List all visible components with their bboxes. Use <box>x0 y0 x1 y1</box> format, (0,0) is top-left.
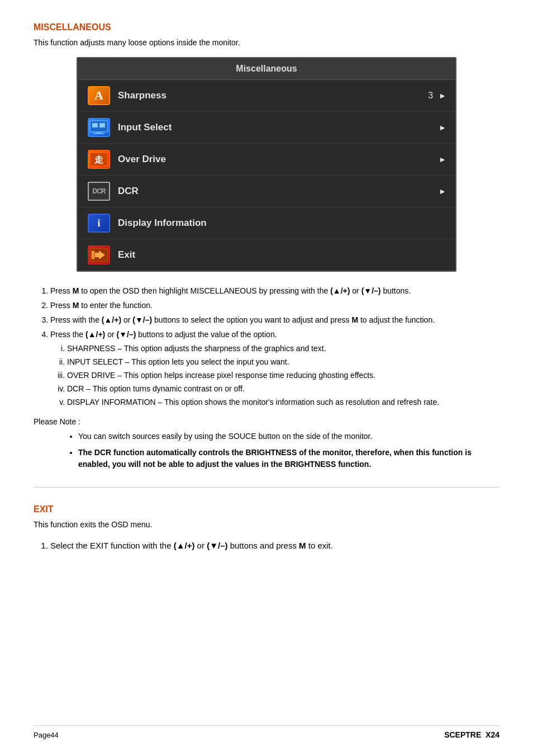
overdrive-label: Over Drive <box>118 154 439 165</box>
sharpness-icon: A <box>87 86 111 106</box>
input-select-arrow: ► <box>439 123 446 132</box>
brand-model: SCEPTRE X24 <box>444 730 499 739</box>
info-icon-img: i <box>88 214 110 233</box>
osd-menu: Miscellaneous A Sharpness 3 ► <box>77 57 456 272</box>
sub-step-iv: DCR – This option turns dynamic contrast… <box>67 383 499 395</box>
sharpness-value: 3 <box>428 91 433 101</box>
overdrive-arrow: ► <box>439 155 446 164</box>
note-2: The DCR function automatically controls … <box>78 447 499 470</box>
sharpness-label: Sharpness <box>118 90 428 101</box>
step-1: Press M to open the OSD then highlight M… <box>50 285 499 297</box>
step-2: Press M to enter the function. <box>50 300 499 311</box>
exit-icon-img <box>88 245 110 264</box>
osd-row-exit: Exit <box>78 239 455 271</box>
please-note-label: Please Note : <box>34 417 499 426</box>
exit-description: This function exits the OSD menu. <box>34 520 499 529</box>
exit-section: EXIT This function exits the OSD menu. S… <box>34 504 499 552</box>
sub-step-i: SHARPNESS – This option adjusts the shar… <box>67 343 499 355</box>
display-info-label: Display Information <box>118 218 446 229</box>
page-footer: Page44 SCEPTRE X24 <box>34 725 499 739</box>
display-info-icon: i <box>87 213 111 233</box>
steps-list: Press M to open the OSD then highlight M… <box>34 285 499 408</box>
exit-steps-list: Select the EXIT function with the (▲/+) … <box>34 539 499 552</box>
overdrive-icon: 走 <box>87 149 111 169</box>
step-3: Press with the (▲/+) or (▼/–) buttons to… <box>50 314 499 326</box>
dcr-label: DCR <box>118 186 439 197</box>
dcr-icon: DCR <box>87 181 111 201</box>
sharpness-icon-img: A <box>88 86 110 105</box>
section-divider <box>34 487 499 488</box>
misc-section: MISCELLANEOUS This function adjusts many… <box>34 22 499 470</box>
model-name: X24 <box>486 730 499 739</box>
svg-rect-1 <box>92 123 98 127</box>
notes-list: You can switch sources easily by using t… <box>34 431 499 470</box>
svg-rect-10 <box>92 251 94 259</box>
sharpness-arrow: ► <box>439 91 446 100</box>
step-4: Press the (▲/+) or (▼/–) buttons to adju… <box>50 329 499 408</box>
misc-instructions: Press M to open the OSD then highlight M… <box>34 285 499 470</box>
svg-rect-4 <box>93 133 104 134</box>
exit-title: EXIT <box>34 504 499 514</box>
input-select-icon <box>87 117 111 138</box>
osd-row-dcr: DCR DCR ► <box>78 176 455 207</box>
exit-step-1: Select the EXIT function with the (▲/+) … <box>50 539 499 552</box>
osd-row-input-select: Input Select ► <box>78 112 455 144</box>
svg-rect-2 <box>99 123 105 127</box>
dcr-icon-img: DCR <box>88 182 110 201</box>
exit-instructions: Select the EXIT function with the (▲/+) … <box>34 539 499 552</box>
overdrive-icon-img: 走 <box>88 150 110 169</box>
dcr-arrow: ► <box>439 187 446 196</box>
sub-step-ii: INPUT SELECT – This option lets you sele… <box>67 356 499 368</box>
osd-row-sharpness: A Sharpness 3 ► <box>78 80 455 112</box>
misc-title: MISCELLANEOUS <box>34 22 499 32</box>
sub-step-iii: OVER DRIVE – This option helps increase … <box>67 370 499 381</box>
sub-step-v: DISPLAY INFORMATION – This option shows … <box>67 396 499 408</box>
brand-name: SCEPTRE <box>444 730 481 739</box>
sub-steps-list: SHARPNESS – This option adjusts the shar… <box>50 343 499 408</box>
exit-label: Exit <box>118 249 446 261</box>
osd-row-over-drive: 走 Over Drive ► <box>78 144 455 176</box>
osd-row-display-info: i Display Information <box>78 207 455 239</box>
svg-text:走: 走 <box>94 155 103 164</box>
note-1: You can switch sources easily by using t… <box>78 431 499 442</box>
input-icon-img <box>88 118 110 137</box>
misc-description: This function adjusts many loose options… <box>34 38 499 47</box>
page-number: Page44 <box>34 731 59 739</box>
input-select-label: Input Select <box>118 122 439 133</box>
exit-icon <box>87 245 111 265</box>
osd-title: Miscellaneous <box>78 58 455 80</box>
